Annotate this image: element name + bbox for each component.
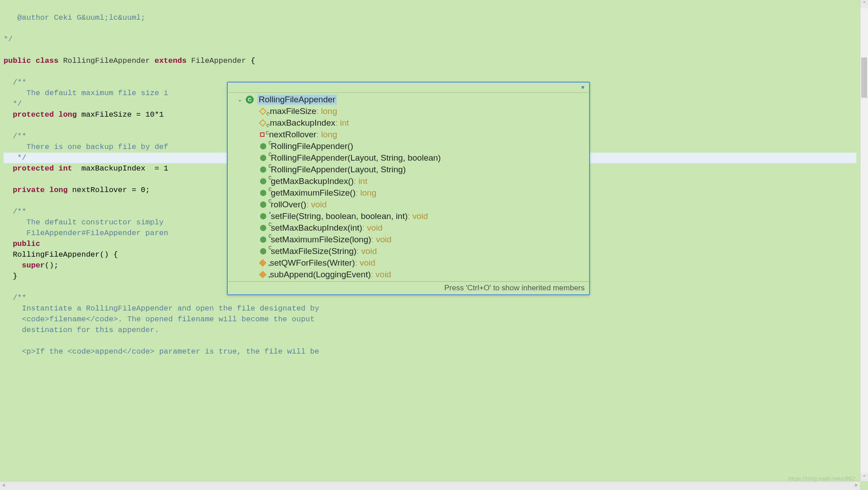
outline-member-row[interactable]: getMaximumFileSize() : long: [228, 187, 589, 199]
outline-member-type: : int: [335, 118, 349, 128]
watermark: https://blog.csdn.net/u982...: [788, 475, 860, 482]
quick-outline-popup: ▼ ⌄ RollingFileAppender maxFileSize : lo…: [227, 82, 590, 295]
public-method-icon: [260, 166, 266, 173]
public-method-icon: [260, 190, 266, 196]
outline-member-row[interactable]: subAppend(LoggingEvent) : void: [228, 269, 589, 280]
outline-member-type: : int: [354, 176, 368, 186]
protected-method-icon: [259, 271, 267, 279]
outline-member-row[interactable]: RollingFileAppender(): [228, 140, 589, 152]
outline-member-name: RollingFileAppender(Layout, String, bool…: [271, 153, 441, 163]
vertical-scrollbar[interactable]: ˄ ˅: [860, 0, 868, 481]
outline-member-type: : void: [306, 200, 326, 210]
outline-member-type: : void: [408, 211, 428, 221]
public-method-icon: [260, 201, 266, 208]
scroll-up-arrow[interactable]: ˄: [860, 0, 868, 7]
outline-member-name: RollingFileAppender(Layout, String): [271, 165, 406, 175]
public-method-icon: [260, 143, 266, 149]
public-method-icon: [260, 178, 266, 184]
outline-member-type: : void: [371, 235, 391, 245]
dropdown-icon[interactable]: ▼: [580, 84, 586, 91]
outline-member-row[interactable]: getMaxBackupIndex() : int: [228, 175, 589, 187]
scroll-down-arrow[interactable]: ˅: [860, 474, 868, 481]
outline-member-type: : long: [356, 188, 376, 198]
public-method-icon: [260, 225, 266, 231]
public-method-icon: [260, 213, 266, 219]
outline-member-row[interactable]: setMaximumFileSize(long) : void: [228, 234, 589, 245]
outline-filter-input[interactable]: ▼: [228, 83, 589, 93]
outline-member-type: : long: [317, 130, 337, 140]
outline-member-name: setMaxBackupIndex(int): [271, 223, 362, 233]
protected-field-icon: [259, 108, 267, 115]
private-field-icon: [260, 132, 265, 137]
scrollbar-thumb[interactable]: [861, 57, 867, 98]
outline-member-name: nextRollover: [269, 130, 317, 140]
outline-member-name: maxBackupIndex: [270, 118, 335, 128]
scrollbar-track[interactable]: [860, 8, 868, 473]
outline-member-row[interactable]: maxFileSize : long: [228, 105, 589, 117]
outline-member-name: RollingFileAppender(): [271, 141, 353, 151]
outline-member-name: subAppend(LoggingEvent): [270, 270, 371, 280]
outline-member-row[interactable]: setFile(String, boolean, boolean, int) :…: [228, 210, 589, 222]
outline-member-type: : void: [371, 270, 391, 280]
class-icon: [246, 96, 254, 104]
outline-member-type: : void: [362, 223, 382, 233]
outline-member-row[interactable]: setMaxFileSize(String) : void: [228, 245, 589, 257]
outline-member-type: : void: [355, 258, 375, 268]
outline-class-row[interactable]: ⌄ RollingFileAppender: [228, 94, 589, 105]
outline-member-name: rollOver(): [271, 200, 306, 210]
outline-member-row[interactable]: setMaxBackupIndex(int) : void: [228, 222, 589, 234]
outline-class-name: RollingFileAppender: [257, 95, 337, 105]
outline-tree[interactable]: ⌄ RollingFileAppender maxFileSize : long…: [228, 93, 589, 281]
javadoc-author: @author Ceki G&uuml;lc&uuml;: [4, 13, 145, 22]
comment-end: */: [4, 35, 13, 44]
scroll-right-arrow[interactable]: >: [855, 483, 857, 488]
protected-method-icon: [259, 259, 267, 267]
public-method-icon: [260, 155, 266, 161]
outline-member-name: setFile(String, boolean, boolean, int): [271, 211, 408, 221]
horizontal-scrollbar[interactable]: < >: [0, 481, 860, 490]
outline-member-name: setMaximumFileSize(long): [271, 235, 371, 245]
outline-member-row[interactable]: setQWForFiles(Writer) : void: [228, 257, 589, 269]
outline-member-name: getMaxBackupIndex(): [271, 176, 354, 186]
expand-icon[interactable]: ⌄: [236, 96, 244, 104]
outline-member-row[interactable]: rollOver() : void: [228, 199, 589, 210]
outline-hint: Press 'Ctrl+O' to show inherited members: [228, 281, 589, 294]
outline-member-name: getMaximumFileSize(): [271, 188, 356, 198]
outline-member-row[interactable]: nextRollover : long: [228, 129, 589, 140]
outline-member-row[interactable]: RollingFileAppender(Layout, String): [228, 164, 589, 175]
protected-field-icon: [259, 119, 267, 127]
scroll-left-arrow[interactable]: <: [3, 483, 5, 488]
public-method-icon: [260, 236, 266, 243]
outline-member-name: maxFileSize: [270, 106, 316, 116]
outline-member-type: : void: [356, 246, 377, 256]
public-method-icon: [260, 248, 266, 254]
outline-member-type: : long: [316, 106, 337, 116]
outline-member-name: setQWForFiles(Writer): [270, 258, 355, 268]
outline-member-name: setMaxFileSize(String): [271, 246, 356, 256]
outline-member-row[interactable]: maxBackupIndex : int: [228, 117, 589, 129]
outline-member-row[interactable]: RollingFileAppender(Layout, String, bool…: [228, 152, 589, 164]
